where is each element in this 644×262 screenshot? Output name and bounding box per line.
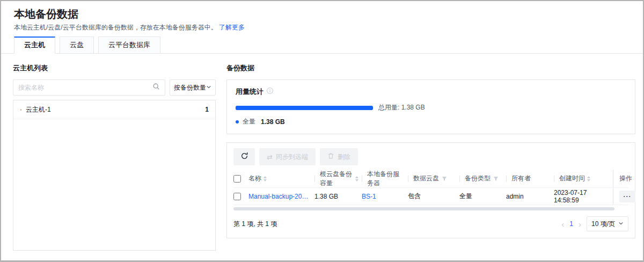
prev-page-icon[interactable]: ‹ — [561, 220, 564, 228]
search-icon[interactable] — [152, 83, 160, 92]
row-backup-type-cell: 全量 — [459, 188, 506, 205]
header-backup-server-label: 本地备份服务器 — [367, 170, 405, 188]
page-subtitle: 本地云主机/云盘/云平台数据库的备份数据，存放在本地备份服务器中。 了解更多 — [14, 23, 630, 32]
header-owner: 所有者 — [506, 170, 554, 187]
delete-button[interactable]: 删除 — [320, 148, 358, 165]
list-item-host-1[interactable]: 云主机-1 1 — [13, 100, 215, 119]
backup-data-panel: 备份数据 用量统计 总用量: 1.38 GB 全量 — [226, 59, 635, 251]
page-subtitle-text: 本地云主机/云盘/云平台数据库的备份数据，存放在本地备份服务器中。 — [14, 24, 217, 31]
header-actions: 操作 — [613, 170, 640, 187]
pagination-summary: 第 1 项, 共 1 项 — [233, 220, 277, 229]
row-checkbox-cell — [233, 188, 248, 205]
legend-dot-icon — [236, 120, 239, 123]
header-data-disk-label: 数据云盘 — [413, 174, 439, 183]
refresh-icon — [240, 152, 248, 162]
header-checkbox-cell — [233, 170, 248, 187]
search-input[interactable] — [18, 84, 152, 91]
table-header-row: 名称 根云盘备份容量 本地备份服务器 数据云盘 — [233, 170, 628, 188]
horizontal-scrollbar[interactable] — [233, 207, 614, 210]
sort-icon[interactable] — [264, 176, 267, 181]
trash-icon — [327, 152, 334, 161]
header-name-label: 名称 — [248, 174, 261, 183]
usage-title-row: 用量统计 — [236, 87, 626, 97]
usage-legend: 全量 1.38 GB — [236, 117, 626, 126]
sort-dropdown-label: 按备份数量 — [174, 83, 206, 92]
header-capacity: 根云盘备份容量 — [314, 170, 362, 187]
usage-stats-title: 用量统计 — [236, 87, 264, 97]
more-actions-button[interactable]: ··· — [619, 191, 635, 202]
header-created-time-label: 创建时间 — [559, 174, 585, 183]
usage-bar-fill — [236, 106, 373, 110]
row-capacity-cell: 1.38 GB — [314, 188, 362, 205]
row-checkbox[interactable] — [233, 193, 241, 200]
pagination: ‹ 1 › 10 项/页 — [561, 216, 628, 231]
page-title: 本地备份数据 — [14, 8, 630, 20]
page-header: 本地备份数据 本地云主机/云盘/云平台数据库的备份数据，存放在本地备份服务器中。… — [1, 1, 643, 32]
select-all-checkbox[interactable] — [233, 175, 241, 183]
header-backup-type: 备份类型 — [459, 170, 506, 187]
legend-label: 全量 — [243, 117, 255, 126]
row-owner-cell: admin — [506, 188, 554, 205]
sort-icon[interactable] — [355, 176, 358, 181]
header-data-disk: 数据云盘 — [408, 170, 459, 187]
host-list: 云主机-1 1 — [13, 100, 216, 251]
info-icon[interactable] — [266, 87, 274, 97]
sync-to-remote-button[interactable]: ⇄ 同步到远端 — [259, 148, 316, 165]
backup-name-link[interactable]: Manual-backup-2023-07-1... — [248, 193, 311, 200]
header-owner-label: 所有者 — [511, 174, 531, 183]
host-name: 云主机-1 — [20, 105, 51, 114]
row-data-disk-cell: 包含 — [408, 188, 459, 205]
table-toolbar: ⇄ 同步到远端 删除 — [233, 148, 628, 165]
search-box[interactable] — [13, 79, 165, 96]
tab-bar: 云主机 云盘 云平台数据库 — [1, 37, 643, 54]
delete-button-label: 删除 — [338, 152, 350, 162]
chevron-down-icon — [618, 220, 624, 228]
backup-data-title: 备份数据 — [226, 63, 635, 73]
tab-cloud-host[interactable]: 云主机 — [14, 37, 55, 54]
content-area: 云主机列表 按备份数量 云主机-1 1 — [1, 54, 643, 260]
page-size-label: 10 项/页 — [591, 220, 615, 229]
host-backup-count: 1 — [205, 106, 209, 113]
table-row: Manual-backup-2023-07-1... 1.38 GB BS-1 … — [233, 188, 628, 205]
sync-button-label: 同步到远端 — [276, 152, 308, 162]
tab-cloud-disk[interactable]: 云盘 — [60, 37, 94, 53]
backup-table-card: ⇄ 同步到远端 删除 — [226, 142, 635, 238]
current-page-number[interactable]: 1 — [569, 220, 573, 228]
usage-stats-card: 用量统计 总用量: 1.38 GB 全量 1.38 GB — [226, 79, 635, 134]
header-name: 名称 — [248, 170, 314, 187]
table-footer: 第 1 项, 共 1 项 ‹ 1 › 10 项/页 — [233, 216, 628, 231]
usage-bar-track — [236, 106, 373, 110]
next-page-icon[interactable]: › — [579, 220, 581, 228]
learn-more-link[interactable]: 了解更多 — [219, 24, 245, 31]
page-size-select[interactable]: 10 项/页 — [587, 216, 628, 231]
sort-dropdown[interactable]: 按备份数量 — [170, 79, 216, 96]
usage-bar-row: 总用量: 1.38 GB — [236, 103, 626, 112]
filter-icon[interactable] — [493, 176, 499, 181]
legend-value: 1.38 GB — [261, 118, 285, 126]
host-list-controls: 按备份数量 — [13, 79, 216, 96]
row-name-cell: Manual-backup-2023-07-1... — [248, 188, 314, 205]
row-actions-cell: ··· — [613, 188, 640, 205]
filter-icon[interactable] — [442, 176, 447, 181]
header-created-time: 创建时间 — [554, 170, 613, 187]
header-actions-label: 操作 — [619, 174, 632, 183]
row-created-time-cell: 2023-07-17 14:58:59 — [554, 188, 613, 205]
local-backup-page: 本地备份数据 本地云主机/云盘/云平台数据库的备份数据，存放在本地备份服务器中。… — [0, 0, 644, 262]
backup-table: 名称 根云盘备份容量 本地备份服务器 数据云盘 — [233, 170, 628, 210]
refresh-button[interactable] — [233, 148, 255, 165]
backup-server-link[interactable]: BS-1 — [362, 193, 376, 200]
sync-icon: ⇄ — [267, 154, 273, 161]
header-backup-type-label: 备份类型 — [465, 174, 491, 183]
host-list-title: 云主机列表 — [13, 63, 216, 73]
host-list-panel: 云主机列表 按备份数量 云主机-1 1 — [13, 59, 216, 251]
usage-total-label: 总用量: 1.38 GB — [378, 103, 425, 112]
sort-icon[interactable] — [587, 176, 590, 181]
header-capacity-label: 根云盘备份容量 — [320, 170, 353, 188]
tab-cloud-platform-db[interactable]: 云平台数据库 — [98, 37, 160, 53]
chevron-down-icon — [206, 84, 211, 91]
header-backup-server: 本地备份服务器 — [362, 170, 408, 187]
row-server-cell: BS-1 — [362, 188, 408, 205]
